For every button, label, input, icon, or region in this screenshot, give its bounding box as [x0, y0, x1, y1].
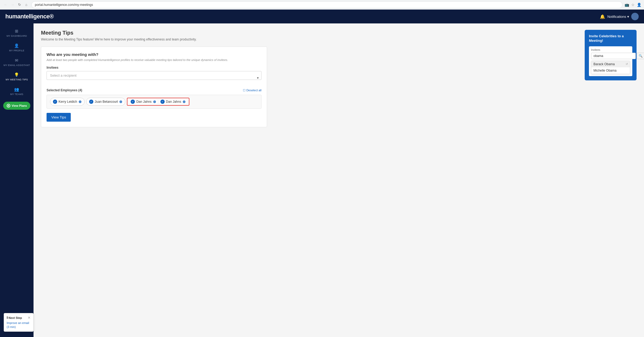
meeting-card: Who are you meeting with? Add at least t… — [41, 47, 267, 127]
cast-icon: 📺 — [625, 3, 629, 7]
view-tips-button[interactable]: View Tips — [47, 113, 71, 122]
main-content: Meeting Tips Welcome to the Meeting Tips… — [34, 23, 644, 337]
meeting-description: Add at least two people with completed H… — [47, 58, 261, 61]
chip-remove-btn[interactable]: ⊗ — [119, 100, 122, 104]
refresh-button[interactable]: ↻ — [16, 2, 22, 8]
dashboard-icon: ⊞ — [15, 29, 18, 34]
bookmark-icon: ☆ — [631, 3, 635, 7]
chip-name: Dan Jahns — [136, 100, 151, 104]
teams-icon: 👥 — [14, 87, 19, 92]
next-step-title: ℹ Next Step — [7, 316, 22, 319]
deselect-all-link[interactable]: ☐ Deselect all — [243, 89, 261, 92]
sidebar-item-dashboard[interactable]: ⊞ MY DASHBOARD — [0, 26, 34, 40]
next-step-link[interactable]: Improve an email (3 min) — [7, 321, 29, 328]
celebrity-search-row: 🔍 — [591, 53, 630, 59]
selected-count: Selected Employees (4) — [47, 88, 82, 92]
chip-dan-jahns-1: ✓ Dan Jahns ⊗ — [129, 99, 157, 104]
app-header: humantelligence® 🔔 Notifications ▾ — [0, 10, 644, 23]
logo-bold: telligence — [24, 13, 49, 20]
meeting-heading: Who are you meeting with? — [47, 52, 261, 57]
selected-label: Selected Employees — [47, 88, 77, 92]
deselect-icon: ☐ — [243, 89, 246, 92]
chip-name: Juan Betancourt — [95, 100, 118, 104]
next-step-header: ℹ Next Step ✕ — [7, 316, 31, 319]
notifications-label: Notifications — [607, 15, 626, 19]
sidebar-label-teams: MY TEAMS — [10, 93, 23, 96]
cursor-indicator: ↺ — [626, 63, 628, 65]
celebrity-card-title: Invite Celebrities to a Meeting! — [589, 34, 632, 43]
view-plans-circle-icon: ⊕ — [7, 104, 10, 108]
chip-circle-icon: ✓ — [89, 100, 93, 104]
chip-name: Kerry Leidich — [59, 100, 77, 104]
celebrity-option-michelle[interactable]: Michelle Obama — [591, 67, 630, 74]
browser-actions: 📺 ☆ 👤 — [625, 3, 641, 7]
recipient-select-wrapper: Select a recipient — [47, 71, 261, 84]
recipient-select[interactable]: Select a recipient — [47, 71, 261, 80]
chips-container: ✓ Kerry Leidich ⊗ ✓ Juan Betancourt ⊗ ✓ … — [47, 95, 261, 109]
sidebar: ⊞ MY DASHBOARD 👤 MY PROFILE ✉ MY EMAIL A… — [0, 23, 34, 337]
sidebar-item-profile[interactable]: 👤 MY PROFILE — [0, 41, 34, 55]
app-logo: humantelligence® — [5, 13, 54, 20]
chip-kerry-leidich: ✓ Kerry Leidich ⊗ — [50, 98, 85, 106]
next-step-close-button[interactable]: ✕ — [28, 316, 31, 319]
deselect-all-label: Deselect all — [246, 89, 261, 92]
back-button[interactable]: ← — [3, 2, 9, 8]
view-plans-button[interactable]: ⊕ View Plans — [3, 102, 30, 110]
info-icon: ℹ — [7, 316, 8, 319]
chevron-down-icon: ▾ — [627, 15, 629, 19]
sidebar-item-meeting-tips[interactable]: 💡 MY MEETING TIPS — [0, 70, 34, 84]
chip-circle-icon: ✓ — [160, 100, 165, 104]
browser-chrome: ← → ↻ ⌂ portal.humantelligence.com/my-me… — [0, 0, 644, 10]
invitees-label: Invitees — [47, 66, 261, 69]
celebrity-name-michelle: Michelle Obama — [593, 69, 617, 72]
celebrity-card-inner: Invitees 🔍 Barack Obama ↺ Michelle Obama — [589, 46, 632, 76]
tips-icon: 💡 — [14, 72, 19, 77]
forward-button[interactable]: → — [10, 2, 15, 8]
page-subtitle: Welcome to the Meeting Tips feature! We'… — [41, 38, 637, 41]
selected-number: 4 — [79, 88, 81, 92]
browser-nav-buttons: ← → ↻ ⌂ — [3, 2, 29, 8]
chip-name: Dan Jahns — [166, 100, 181, 104]
celebrity-search-button[interactable]: 🔍 — [637, 53, 644, 59]
chip-group-highlighted: ✓ Dan Jahns ⊗ ✓ Dan Jahns ⊗ — [127, 98, 189, 106]
view-plans-label: View Plans — [12, 104, 27, 107]
celebrity-name-barack: Barack Obama — [593, 62, 615, 66]
profile-nav-icon: 👤 — [14, 43, 19, 48]
next-step-toast: ℹ Next Step ✕ Improve an email (3 min) — [4, 313, 34, 332]
address-bar[interactable]: portal.humantelligence.com/my-meetings — [31, 1, 622, 8]
notifications-button[interactable]: Notifications ▾ — [607, 15, 629, 19]
chip-circle-icon: ✓ — [131, 100, 135, 104]
celebrity-dropdown: Barack Obama ↺ Michelle Obama — [591, 61, 630, 74]
celebrity-invitees-label: Invitees — [591, 48, 630, 51]
chip-remove-btn[interactable]: ⊗ — [153, 100, 156, 104]
sidebar-item-teams[interactable]: 👥 MY TEAMS — [0, 84, 34, 98]
chip-remove-btn[interactable]: ⊗ — [78, 100, 82, 104]
home-button[interactable]: ⌂ — [23, 2, 29, 8]
app-body: ⊞ MY DASHBOARD 👤 MY PROFILE ✉ MY EMAIL A… — [0, 23, 644, 337]
selected-employees-header: Selected Employees (4) ☐ Deselect all — [47, 88, 261, 92]
search-icon: 🔍 — [639, 54, 643, 58]
sidebar-label-dashboard: MY DASHBOARD — [7, 35, 27, 38]
sidebar-item-email-assistant[interactable]: ✉ MY EMAIL ASSISTANT — [0, 55, 34, 69]
logo-text: humantelligence® — [5, 13, 54, 20]
celebrity-search-input[interactable] — [591, 53, 636, 59]
celebrity-option-barack[interactable]: Barack Obama ↺ — [591, 61, 630, 67]
email-icon: ✉ — [15, 58, 18, 63]
profile-icon: 👤 — [637, 3, 641, 7]
chip-circle-icon: ✓ — [53, 100, 57, 104]
celebrity-invite-card: Invite Celebrities to a Meeting! Invitee… — [585, 30, 637, 80]
header-right: 🔔 Notifications ▾ — [600, 13, 639, 20]
page-title: Meeting Tips — [41, 30, 637, 36]
chip-remove-btn[interactable]: ⊗ — [182, 100, 186, 104]
sidebar-label-email: MY EMAIL ASSISTANT — [3, 64, 30, 67]
chip-dan-jahns-2: ✓ Dan Jahns ⊗ — [159, 99, 187, 104]
user-avatar[interactable] — [631, 13, 639, 20]
sidebar-label-tips: MY MEETING TIPS — [6, 78, 28, 81]
sidebar-label-profile: MY PROFILE — [9, 49, 24, 52]
address-text: portal.humantelligence.com/my-meetings — [35, 3, 619, 7]
chip-juan-betancourt: ✓ Juan Betancourt ⊗ — [86, 98, 125, 106]
bell-icon: 🔔 — [600, 14, 605, 19]
